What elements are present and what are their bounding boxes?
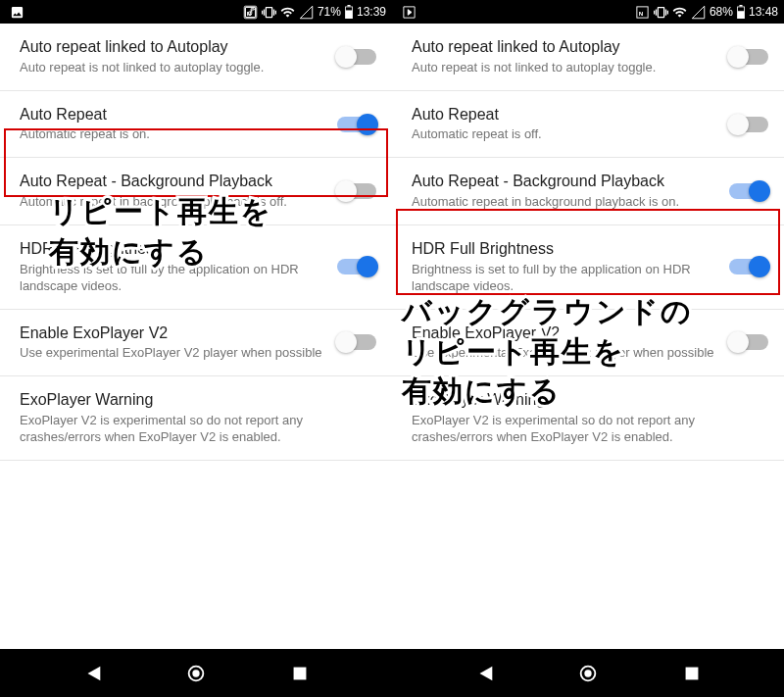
recent-button[interactable] — [681, 663, 703, 684]
row-title: Auto repeat linked to Autoplay — [20, 37, 325, 58]
row-subtitle: Automatic repeat in background playback … — [412, 194, 717, 211]
row-auto-repeat[interactable]: Auto Repeat Automatic repeat is on. — [0, 91, 392, 159]
battery-icon — [345, 5, 353, 19]
battery-icon — [737, 5, 745, 19]
image-icon — [10, 5, 24, 20]
clock-text: 13:48 — [749, 5, 778, 19]
status-bar: N 68% 13:48 — [392, 0, 784, 24]
row-title: Auto Repeat - Background Playback — [412, 172, 717, 192]
row-auto-repeat[interactable]: Auto Repeat Automatic repeat is off. — [392, 91, 784, 159]
toggle-autoplay-link[interactable] — [337, 49, 376, 65]
row-exoplayer[interactable]: Enable ExoPlayer V2 Use experimental Exo… — [0, 310, 392, 377]
svg-rect-14 — [685, 667, 698, 679]
row-subtitle: Automatic repeat is on. — [20, 126, 325, 143]
row-title: HDR Full Brightness — [412, 239, 717, 260]
battery-text: 71% — [318, 5, 341, 19]
row-title: Auto Repeat - Background Playback — [20, 172, 325, 192]
signal-icon — [691, 5, 706, 20]
row-exoplayer[interactable]: Enable ExoPlayer V2 Use experimental Exo… — [392, 310, 784, 377]
svg-rect-2 — [347, 5, 350, 7]
row-subtitle: Auto repeat is not linked to autoplay to… — [20, 60, 325, 76]
row-subtitle: Use experimental ExoPlayer V2 player whe… — [412, 345, 717, 362]
wifi-icon — [280, 5, 295, 20]
row-subtitle: Auto repeat is not linked to autoplay to… — [412, 60, 717, 76]
row-title: Auto Repeat — [412, 105, 717, 125]
nfc-icon: N — [635, 5, 650, 20]
toggle-exoplayer[interactable] — [729, 334, 768, 350]
row-bg-playback[interactable]: Auto Repeat - Background Playback Automa… — [392, 158, 784, 225]
row-title: Auto Repeat — [20, 105, 325, 125]
home-button[interactable] — [577, 663, 599, 684]
row-hdr[interactable]: HDR Full Brightness Brightness is set to… — [392, 225, 784, 310]
row-bg-playback[interactable]: Auto Repeat - Background Playback Automa… — [0, 158, 392, 225]
screen-left: N 71% 13:39 Auto repeat linked to Autopl… — [0, 0, 392, 649]
toggle-auto-repeat[interactable] — [337, 117, 376, 132]
signal-icon — [299, 5, 314, 20]
screen-right: N 68% 13:48 Auto repeat linked to Autopl… — [392, 0, 784, 649]
row-title: Enable ExoPlayer V2 — [20, 324, 325, 344]
row-hdr[interactable]: HDR Full Brightness Brightness is set to… — [0, 225, 392, 310]
back-button[interactable] — [82, 663, 104, 684]
svg-point-13 — [584, 670, 591, 676]
row-subtitle: ExoPlayer V2 is experimental so do not r… — [412, 413, 768, 446]
back-button[interactable] — [474, 663, 496, 684]
vibrate-icon — [654, 5, 668, 20]
toggle-autoplay-link[interactable] — [729, 49, 768, 65]
row-title: HDR Full Brightness — [20, 239, 325, 260]
row-subtitle: Use experimental ExoPlayer V2 player whe… — [20, 345, 325, 362]
row-title: ExoPlayer Warning — [412, 390, 768, 411]
svg-rect-11 — [293, 667, 306, 679]
nfc-icon: N — [243, 5, 258, 20]
svg-rect-7 — [739, 5, 742, 7]
row-subtitle: Automatic repeat is off. — [412, 126, 717, 143]
status-bar: N 71% 13:39 — [0, 0, 392, 24]
row-subtitle: Automatic repeat in background playback … — [20, 194, 325, 211]
row-exoplayer-warning: ExoPlayer Warning ExoPlayer V2 is experi… — [392, 376, 784, 461]
row-subtitle: Brightness is set to full by the applica… — [412, 262, 717, 295]
row-subtitle: Brightness is set to full by the applica… — [20, 262, 325, 295]
toggle-bg-playback[interactable] — [729, 183, 768, 199]
toggle-bg-playback[interactable] — [337, 183, 376, 199]
recent-button[interactable] — [289, 663, 311, 684]
svg-text:N: N — [247, 9, 252, 16]
row-autoplay-link[interactable]: Auto repeat linked to Autoplay Auto repe… — [392, 24, 784, 91]
svg-rect-8 — [738, 7, 744, 11]
toggle-hdr[interactable] — [337, 259, 376, 274]
svg-point-10 — [192, 670, 199, 676]
vibrate-icon — [262, 5, 276, 20]
toggle-hdr[interactable] — [729, 259, 768, 274]
clock-text: 13:39 — [357, 5, 386, 19]
row-subtitle: ExoPlayer V2 is experimental so do not r… — [20, 413, 376, 446]
row-title: Enable ExoPlayer V2 — [412, 324, 717, 344]
home-button[interactable] — [185, 663, 207, 684]
battery-text: 68% — [710, 5, 733, 19]
nav-bar — [0, 649, 784, 697]
youtube-icon — [402, 5, 416, 20]
svg-rect-3 — [346, 7, 352, 10]
svg-text:N: N — [639, 9, 644, 16]
row-exoplayer-warning: ExoPlayer Warning ExoPlayer V2 is experi… — [0, 376, 392, 461]
row-autoplay-link[interactable]: Auto repeat linked to Autoplay Auto repe… — [0, 24, 392, 91]
row-title: ExoPlayer Warning — [20, 390, 376, 411]
toggle-auto-repeat[interactable] — [729, 117, 768, 132]
wifi-icon — [672, 5, 687, 20]
row-title: Auto repeat linked to Autoplay — [412, 37, 717, 58]
toggle-exoplayer[interactable] — [337, 334, 376, 350]
